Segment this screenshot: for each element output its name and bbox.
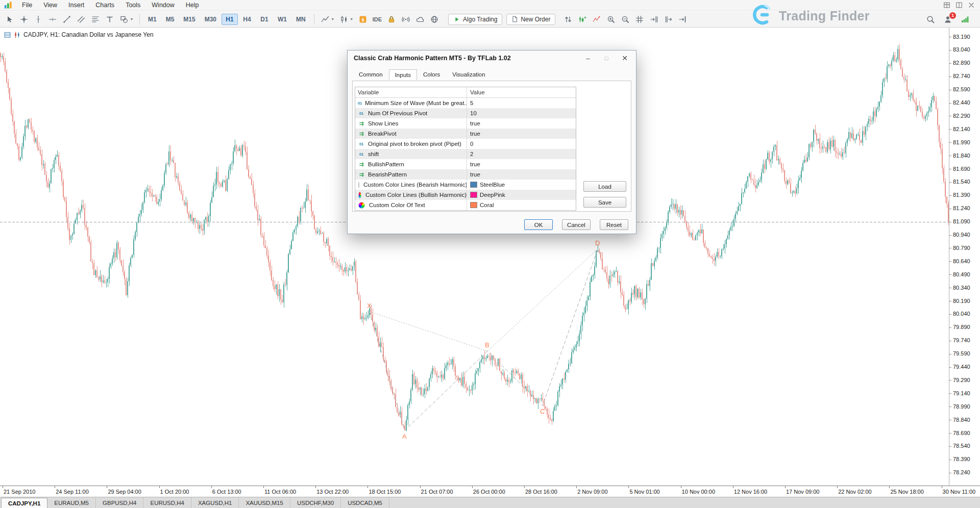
chart-tab-eurusd-h4[interactable]: EURUSD,H4 <box>143 497 191 508</box>
toolbar-separator <box>139 14 140 24</box>
vertical-line-icon[interactable] <box>32 13 45 26</box>
price-axis-label: 83.040 <box>953 46 970 53</box>
chart-tab-xagusd-h1[interactable]: XAGUSD,H1 <box>191 497 239 508</box>
globe-icon[interactable] <box>428 13 441 26</box>
user-profile-button[interactable]: 1 <box>942 14 953 25</box>
price-axis-tick <box>949 209 951 209</box>
param-value-cell[interactable]: true <box>467 159 576 169</box>
timeframe-d1[interactable]: D1 <box>256 14 273 25</box>
sort-updown-icon[interactable] <box>561 13 575 26</box>
dialog-tab-inputs[interactable]: Inputs <box>389 69 417 80</box>
timeframe-m1[interactable]: M1 <box>144 14 161 25</box>
menu-item-insert[interactable]: Insert <box>63 1 90 10</box>
chart-tab-xauusd-m15[interactable]: XAUUSD,M15 <box>239 497 290 508</box>
dialog-tab-visualization[interactable]: Visualization <box>446 69 491 80</box>
timeframe-mn[interactable]: MN <box>292 14 310 25</box>
zigzag-icon[interactable] <box>590 13 603 26</box>
param-value-cell[interactable]: true <box>467 169 576 180</box>
cursor-icon[interactable] <box>3 13 16 26</box>
price-axis-label: 81.240 <box>953 205 970 211</box>
cancel-button[interactable]: Cancel <box>562 219 591 230</box>
signal-icon[interactable] <box>399 13 412 26</box>
candles-zoom-icon[interactable] <box>576 13 589 26</box>
save-button[interactable]: Save <box>583 197 626 208</box>
param-value-cell[interactable]: 2 <box>467 149 576 159</box>
chart-tab-gbpusd-h4[interactable]: GBPUSD,H4 <box>96 497 143 508</box>
menu-item-tools[interactable]: Tools <box>120 1 146 10</box>
parameters-table-header: VariableValue <box>355 87 576 98</box>
search-icon[interactable] <box>924 13 937 26</box>
chart-step-icon[interactable] <box>662 13 675 26</box>
panel-grid-icon[interactable] <box>942 1 951 9</box>
lock-icon[interactable] <box>385 13 398 26</box>
timeframe-m30[interactable]: M30 <box>201 14 220 25</box>
dialog-window-controls: –□✕ <box>579 53 634 64</box>
connection-icon[interactable] <box>959 13 972 26</box>
drawing-tools-group: ▾ <box>3 13 135 26</box>
timeframe-m15[interactable]: M15 <box>179 14 199 25</box>
timeframe-h4[interactable]: H4 <box>239 14 255 25</box>
menu-item-help[interactable]: Help <box>180 1 205 10</box>
fibonacci-icon[interactable] <box>89 13 102 26</box>
zoom-out-icon[interactable] <box>619 13 632 26</box>
close-icon[interactable] <box>967 1 976 9</box>
menu-item-view[interactable]: View <box>38 1 63 10</box>
auto-scroll-icon[interactable] <box>676 13 689 26</box>
horizontal-line-icon[interactable] <box>46 13 59 26</box>
dialog-close-icon[interactable]: ✕ <box>616 53 634 64</box>
chevron-down-icon[interactable]: ▾ <box>351 17 355 21</box>
menu-item-charts[interactable]: Charts <box>90 1 120 10</box>
chart-tab-cadjpy-h1[interactable]: CADJPY,H1 <box>1 498 47 508</box>
menu-item-window[interactable]: Window <box>146 1 180 10</box>
cloud-icon[interactable] <box>413 13 427 26</box>
timeframe-m5[interactable]: M5 <box>162 14 179 25</box>
line-chart-icon[interactable] <box>318 13 332 26</box>
chart-tab-usdcad-m5[interactable]: USDCAD,M5 <box>341 497 389 508</box>
indicator-mini-icon <box>14 32 21 38</box>
zoom-in-icon[interactable] <box>604 13 618 26</box>
load-button[interactable]: Load <box>583 181 626 192</box>
param-value-cell[interactable]: true <box>467 118 576 129</box>
param-value-cell[interactable]: true <box>467 129 576 139</box>
param-value-cell[interactable]: 5 <box>467 98 576 108</box>
timeframe-w1[interactable]: W1 <box>274 14 291 25</box>
algo-trading-button[interactable]: Algo Trading <box>448 14 502 25</box>
time-axis[interactable]: 21 Sep 201024 Sep 11:0029 Sep 04:001 Oct… <box>0 486 980 497</box>
reset-button[interactable]: Reset <box>600 219 628 230</box>
param-variable-cell: 01shift <box>355 149 467 159</box>
market-dollar-icon[interactable]: $ <box>356 13 370 26</box>
chart-tab-euraud-m5[interactable]: EURAUD,M5 <box>47 497 96 508</box>
ok-button[interactable]: OK <box>524 219 553 230</box>
grid-icon[interactable] <box>633 13 646 26</box>
candlestick-chart-icon[interactable] <box>337 13 351 26</box>
dialog-tab-common[interactable]: Common <box>353 69 389 80</box>
time-axis-label: 6 Oct 13:00 <box>212 489 241 495</box>
ide-button[interactable]: IDE <box>370 14 385 24</box>
param-value-cell[interactable]: DeepPink <box>467 190 576 200</box>
param-value-cell[interactable]: Coral <box>467 200 576 210</box>
price-axis[interactable]: 83.19083.04082.89082.74082.59082.44082.2… <box>949 28 980 486</box>
text-icon[interactable] <box>103 13 116 26</box>
chevron-down-icon[interactable]: ▾ <box>332 17 336 21</box>
chevron-down-icon[interactable]: ▾ <box>131 17 135 21</box>
panel-split-icon[interactable] <box>954 1 964 9</box>
dialog-minimize-icon[interactable]: – <box>579 53 597 64</box>
new-order-button[interactable]: New Order <box>506 14 555 25</box>
shapes-icon[interactable] <box>117 13 131 26</box>
channel-icon[interactable] <box>75 13 88 26</box>
dialog-maximize-icon[interactable]: □ <box>597 53 616 64</box>
param-value-cell[interactable]: SteelBlue <box>467 180 576 190</box>
menu-item-file[interactable]: File <box>16 1 38 10</box>
chart-shift-icon[interactable] <box>647 13 660 26</box>
time-axis-tick <box>368 486 368 488</box>
crosshair-icon[interactable] <box>17 13 31 26</box>
param-value-cell[interactable]: 0 <box>467 139 576 149</box>
price-axis-tick <box>949 77 951 77</box>
timeframe-h1[interactable]: H1 <box>222 14 238 25</box>
price-axis-tick <box>949 393 951 394</box>
price-axis-tick <box>949 446 951 447</box>
dialog-tab-colors[interactable]: Colors <box>417 69 446 80</box>
chart-tab-usdchf-m30[interactable]: USDCHF,M30 <box>290 497 341 508</box>
param-value-cell[interactable]: 10 <box>467 108 576 118</box>
trendline-icon[interactable] <box>60 13 74 26</box>
